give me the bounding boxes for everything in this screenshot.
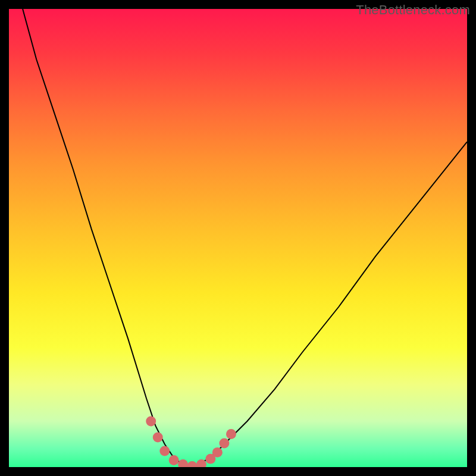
- marker-dot: [146, 416, 156, 427]
- marker-dot: [226, 429, 236, 439]
- watermark-text: TheBottleneck.com: [356, 2, 470, 18]
- marker-dot: [212, 447, 223, 458]
- bottleneck-curve: [23, 9, 467, 467]
- curve-path: [23, 9, 467, 467]
- curve-layer: [9, 9, 467, 467]
- marker-dots: [146, 416, 236, 467]
- marker-dot: [159, 446, 170, 456]
- marker-dot: [219, 438, 229, 448]
- marker-dot: [178, 459, 188, 467]
- plot-area: [9, 9, 467, 467]
- marker-dot: [153, 432, 163, 442]
- marker-dot: [187, 461, 198, 467]
- marker-dot: [169, 455, 179, 465]
- chart-frame: TheBottleneck.com: [0, 0, 476, 476]
